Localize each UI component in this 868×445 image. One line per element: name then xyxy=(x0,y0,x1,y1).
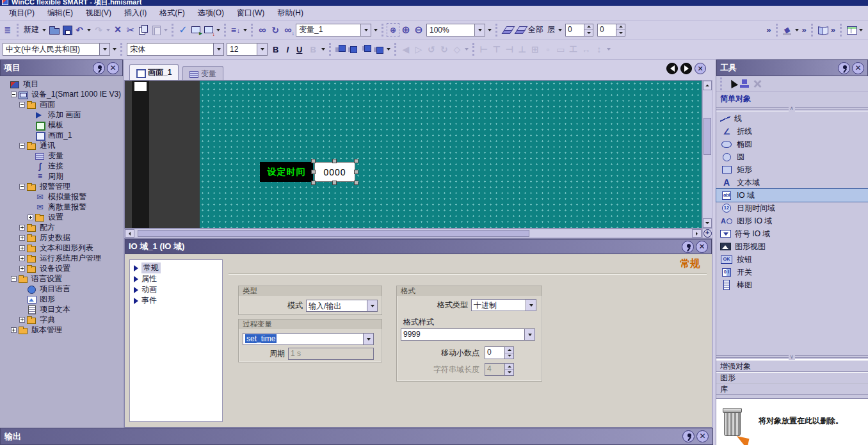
language-group-dropdown[interactable] xyxy=(111,42,118,56)
fill-color-icon[interactable] xyxy=(781,23,794,37)
horizontal-scrollbar[interactable] xyxy=(124,229,702,238)
scroll-left-icon[interactable] xyxy=(125,229,134,238)
props-nav-general[interactable]: 常规 xyxy=(131,263,221,273)
toolbar-overflow-chevron[interactable]: » xyxy=(829,25,837,35)
window-layout-dropdown[interactable] xyxy=(858,23,864,37)
rotate-dropdown[interactable] xyxy=(463,42,470,56)
tree-item[interactable]: 画面_1 xyxy=(0,130,123,140)
bold-button[interactable]: B xyxy=(269,45,282,54)
menu-item[interactable]: 选项(O) xyxy=(191,6,230,20)
size-dropdown[interactable] xyxy=(606,42,612,56)
tools-section-header[interactable]: 图形 xyxy=(716,372,868,384)
toolbar-overflow-chevron[interactable]: » xyxy=(800,25,808,35)
language-combobox-arrow[interactable] xyxy=(99,44,109,55)
spin-up-button[interactable] xyxy=(584,24,593,31)
dictionary-icon[interactable] xyxy=(816,23,829,37)
tree-expand-toggle[interactable] xyxy=(19,255,25,261)
selection-handle[interactable] xyxy=(354,159,358,163)
mode-combobox[interactable]: 输入/输出 xyxy=(306,300,378,312)
toolbar-handle[interactable] xyxy=(172,24,174,36)
toolbar-handle[interactable] xyxy=(811,24,814,36)
tool-item[interactable]: 按钮 xyxy=(716,253,868,266)
zoom-combobox[interactable]: 100% xyxy=(426,24,485,36)
center-vertical-icon[interactable] xyxy=(542,42,554,56)
layer-forward-icon[interactable] xyxy=(513,23,526,37)
align-right-icon[interactable] xyxy=(503,42,516,56)
text-position-dropdown[interactable] xyxy=(385,42,392,56)
editor-tab[interactable]: 画面_1 xyxy=(129,64,179,80)
align-top-icon[interactable] xyxy=(490,42,503,56)
close-icon[interactable] xyxy=(696,430,709,442)
toolbar-overflow-chevron[interactable]: » xyxy=(764,25,773,35)
navigate-back-icon[interactable] xyxy=(666,63,678,74)
tree-item[interactable]: 设备_1(Smart 1000 IE V3) xyxy=(0,89,123,99)
pin-icon[interactable] xyxy=(838,62,850,74)
hmi-screen-area[interactable]: 设定时间 0000 xyxy=(200,81,702,228)
selection-handle[interactable] xyxy=(311,181,316,185)
tree-item[interactable]: 项目文本 xyxy=(0,304,123,314)
save-icon[interactable] xyxy=(60,23,73,37)
selection-handle[interactable] xyxy=(354,181,358,185)
spin-down-button[interactable] xyxy=(505,353,513,359)
tree-item[interactable]: 画面 xyxy=(0,99,123,109)
section-splitter[interactable]: ∧ xyxy=(716,107,868,111)
format-type-combobox-arrow[interactable] xyxy=(526,300,536,311)
flip-left-icon[interactable] xyxy=(399,42,412,56)
tree-expand-toggle[interactable] xyxy=(19,245,25,251)
vertical-scroll-thumb[interactable] xyxy=(703,118,711,155)
tree-item[interactable]: 文本和图形列表 xyxy=(0,243,123,253)
tree-item[interactable]: 设置 xyxy=(0,212,123,222)
coordinate-x-spinner[interactable]: 0 xyxy=(565,24,593,36)
tree-item[interactable]: 设备设置 xyxy=(0,263,123,273)
tree-item[interactable]: 添加 画面 xyxy=(0,109,123,120)
menu-item[interactable]: 视图(V) xyxy=(79,6,118,20)
section-splitter[interactable]: ∨ xyxy=(716,355,868,360)
delete-icon[interactable] xyxy=(111,23,124,37)
rotate-free-icon[interactable] xyxy=(451,42,463,56)
tool-item[interactable]: 图形视图 xyxy=(716,240,868,253)
toolbar-handle[interactable] xyxy=(120,43,123,56)
tree-item[interactable]: 历史数据 xyxy=(0,232,123,243)
selection-handle[interactable] xyxy=(311,170,316,174)
text-field-object[interactable]: 设定时间 xyxy=(260,162,313,182)
compile-icon[interactable] xyxy=(202,23,215,37)
pan-tool-icon[interactable] xyxy=(702,229,712,238)
tree-item[interactable]: 离散量报警 xyxy=(0,202,123,212)
tree-expand-toggle[interactable] xyxy=(19,143,25,149)
select-cursor-icon[interactable] xyxy=(725,78,738,90)
menu-item[interactable]: 编辑(E) xyxy=(41,6,79,20)
cut-icon[interactable] xyxy=(124,23,137,37)
toolbar-handle[interactable] xyxy=(840,24,842,36)
close-icon[interactable] xyxy=(107,62,119,74)
toolbar-handle[interactable] xyxy=(776,24,778,36)
tree-item[interactable]: 模拟量报警 xyxy=(0,191,123,202)
project-tree-toggle-icon[interactable] xyxy=(1,23,14,37)
tree-item[interactable]: 配方 xyxy=(0,222,123,232)
spin-up-button[interactable] xyxy=(505,364,513,370)
horizontal-scroll-thumb[interactable] xyxy=(138,230,529,237)
tree-item[interactable]: 通讯 xyxy=(0,140,123,150)
find-refresh-icon[interactable] xyxy=(269,23,282,37)
tree-expand-toggle[interactable] xyxy=(11,327,17,333)
io-field-object[interactable]: 0000 xyxy=(314,162,355,182)
zoom-out-icon[interactable] xyxy=(412,23,425,37)
tree-expand-toggle[interactable] xyxy=(28,214,33,220)
zoom-group-dropdown[interactable] xyxy=(486,23,493,37)
tree-item[interactable]: 项目 xyxy=(0,79,123,89)
find-next-icon[interactable] xyxy=(282,23,294,37)
new-dropdown[interactable] xyxy=(41,23,47,37)
selection-handle[interactable] xyxy=(311,159,316,163)
tag-combobox[interactable]: set_time xyxy=(243,333,374,345)
same-width-icon[interactable] xyxy=(580,42,593,56)
tool-item[interactable]: 棒图 xyxy=(716,279,868,291)
toolbar-handle[interactable] xyxy=(224,24,227,36)
tree-expand-toggle[interactable] xyxy=(19,184,25,190)
undo-icon[interactable] xyxy=(73,23,86,37)
check-consistency-icon[interactable] xyxy=(177,23,189,37)
undo-dropdown[interactable] xyxy=(86,23,92,37)
tools-section-header[interactable]: 增强对象 xyxy=(716,360,868,372)
rotate-right-icon[interactable] xyxy=(438,42,451,56)
redo-dropdown[interactable] xyxy=(105,23,111,37)
menu-item[interactable]: 项目(P) xyxy=(3,6,41,20)
tree-expand-toggle[interactable] xyxy=(11,276,17,282)
